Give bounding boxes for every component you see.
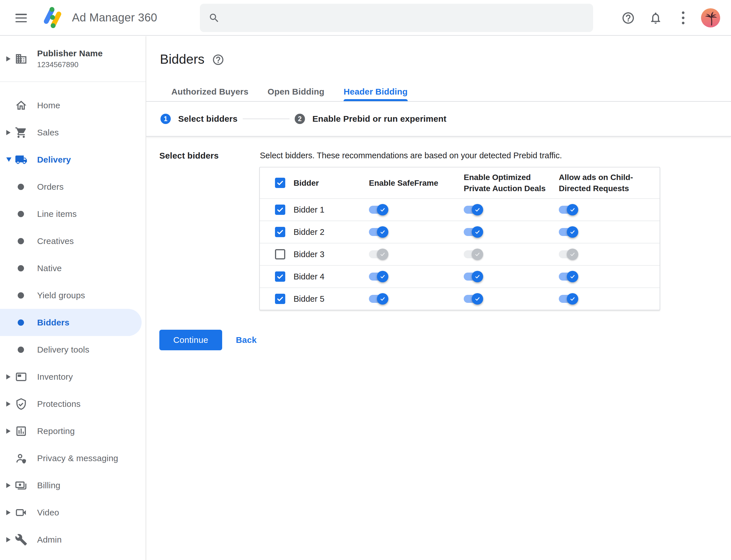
child-directed-toggle[interactable]: [559, 271, 578, 282]
optimized-deals-toggle[interactable]: [464, 226, 483, 238]
table-row: Bidder 1: [260, 198, 660, 221]
sidebar-item-label: Native: [37, 263, 62, 273]
cart-icon: [15, 126, 27, 139]
ad-manager-logo-icon: [40, 5, 65, 30]
child-directed-toggle[interactable]: [559, 293, 578, 305]
table-row: Bidder 4: [260, 265, 660, 287]
column-header-safeframe: Enable SafeFrame: [369, 179, 438, 187]
main-content: Bidders Authorized Buyers Open Bidding H…: [146, 36, 731, 560]
privacy-icon: [15, 452, 27, 465]
sidebar-item-label: Privacy & messaging: [37, 453, 118, 463]
sidebar-item-native[interactable]: Native: [0, 255, 146, 282]
bidder-name: Bidder 5: [294, 294, 369, 304]
safeframe-toggle[interactable]: [369, 293, 388, 305]
building-icon: [15, 53, 27, 65]
page-help-button[interactable]: [212, 53, 225, 66]
tab-open-bidding[interactable]: Open Bidding: [268, 87, 325, 101]
search-bar[interactable]: [200, 4, 593, 32]
app-header: Ad Manager 360: [0, 0, 731, 36]
product-name: Ad Manager 360: [72, 0, 157, 36]
optimized-deals-toggle[interactable]: [464, 204, 483, 215]
back-link[interactable]: Back: [236, 335, 257, 345]
sidebar-item-label: Line items: [37, 209, 77, 219]
bell-icon: [649, 11, 662, 25]
home-icon: [15, 99, 27, 112]
sidebar-item-label: Inventory: [37, 372, 73, 382]
sidebar-item-bidders[interactable]: Bidders: [0, 309, 142, 336]
sidebar-item-orders[interactable]: Orders: [0, 173, 146, 200]
user-avatar[interactable]: [701, 8, 720, 27]
sidebar-item-label: Bidders: [37, 318, 69, 327]
sidebar-item-line-items[interactable]: Line items: [0, 200, 146, 227]
sidebar-item-sales[interactable]: Sales: [0, 119, 146, 146]
tab-authorized-buyers[interactable]: Authorized Buyers: [171, 87, 249, 101]
sidebar-item-protections[interactable]: Protections: [0, 390, 146, 417]
table-row: Bidder 3: [260, 243, 660, 265]
tab-header-bidding[interactable]: Header Bidding: [344, 87, 408, 101]
optimized-deals-toggle[interactable]: [464, 249, 483, 260]
bidder-name: Bidder 4: [294, 272, 369, 281]
sidebar-nav: Home Sales Delivery Orders Line items Cr…: [0, 82, 146, 553]
sidebar-item-home[interactable]: Home: [0, 92, 146, 119]
step-2-badge: 2: [295, 114, 305, 124]
publisher-selector[interactable]: Publisher Name 1234567890: [0, 36, 146, 82]
safeframe-toggle[interactable]: [369, 271, 388, 282]
table-header-row: Bidder Enable SafeFrame Enable Optimized…: [260, 167, 660, 198]
row-checkbox[interactable]: [275, 205, 285, 215]
tab-bar: Authorized Buyers Open Bidding Header Bi…: [146, 80, 731, 102]
expand-arrow-icon: [6, 483, 11, 488]
safeframe-toggle[interactable]: [369, 204, 388, 215]
more-options-button[interactable]: [677, 0, 689, 36]
sidebar-item-delivery[interactable]: Delivery: [0, 146, 146, 173]
sidebar: Publisher Name 1234567890 Home Sales Del…: [0, 36, 146, 560]
safeframe-toggle[interactable]: [369, 226, 388, 238]
sidebar-item-delivery-tools[interactable]: Delivery tools: [0, 336, 146, 363]
sidebar-item-label: Protections: [37, 399, 81, 409]
expand-arrow-icon: [6, 429, 11, 434]
notifications-button[interactable]: [648, 0, 663, 36]
sidebar-item-video[interactable]: Video: [0, 499, 146, 526]
sidebar-item-billing[interactable]: Billing: [0, 472, 146, 499]
select-all-checkbox[interactable]: [275, 178, 285, 188]
billing-icon: [15, 479, 27, 492]
optimized-deals-toggle[interactable]: [464, 271, 483, 282]
expand-arrow-icon: [6, 130, 11, 135]
sidebar-item-yield-groups[interactable]: Yield groups: [0, 282, 146, 309]
safeframe-toggle[interactable]: [369, 249, 388, 260]
row-checkbox[interactable]: [275, 271, 285, 282]
child-directed-toggle[interactable]: [559, 249, 578, 260]
admin-icon: [15, 533, 27, 546]
row-checkbox[interactable]: [275, 294, 285, 304]
bullet-icon: [18, 319, 24, 326]
publisher-id: 1234567890: [37, 60, 103, 69]
sidebar-item-privacy-messaging[interactable]: Privacy & messaging: [0, 445, 146, 472]
sidebar-item-reporting[interactable]: Reporting: [0, 417, 146, 445]
search-input[interactable]: [227, 13, 584, 23]
bullet-icon: [18, 184, 24, 190]
report-icon: [15, 425, 27, 437]
step-connector: [243, 119, 290, 119]
bidder-name: Bidder 3: [294, 250, 369, 259]
sidebar-item-admin[interactable]: Admin: [0, 526, 146, 553]
section-label: Select bidders: [159, 150, 260, 161]
continue-button[interactable]: Continue: [159, 330, 222, 350]
row-checkbox[interactable]: [275, 227, 285, 237]
column-header-optimized-deals: Enable Optimized Private Auction Deals: [464, 173, 546, 193]
help-button[interactable]: [621, 0, 635, 36]
kebab-menu-icon: [682, 11, 684, 24]
sidebar-item-inventory[interactable]: Inventory: [0, 363, 146, 390]
child-directed-toggle[interactable]: [559, 204, 578, 215]
step-1-label: Select bidders: [178, 114, 238, 124]
page-title: Bidders: [160, 51, 205, 68]
expand-arrow-icon: [6, 374, 11, 379]
truck-icon: [15, 153, 27, 166]
sidebar-item-label: Video: [37, 508, 59, 517]
help-icon: [621, 11, 635, 25]
bidders-table: Bidder Enable SafeFrame Enable Optimized…: [259, 167, 660, 310]
row-checkbox[interactable]: [275, 249, 285, 259]
hamburger-menu-icon[interactable]: [15, 14, 27, 22]
child-directed-toggle[interactable]: [559, 226, 578, 238]
bidders-table-body: Bidder 1 Bidder 2: [260, 198, 660, 310]
optimized-deals-toggle[interactable]: [464, 293, 483, 305]
sidebar-item-creatives[interactable]: Creatives: [0, 227, 146, 255]
